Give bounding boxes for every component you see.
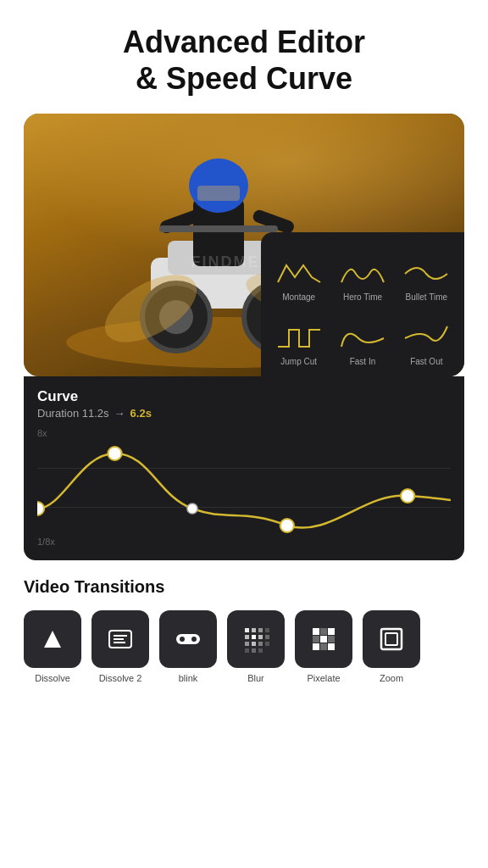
presets-panel: Montage Hero Time Bullet Time Jump Cut bbox=[261, 232, 464, 376]
transitions-row: Dissolve Dissolve 2 bbox=[24, 610, 464, 683]
dissolve-label: Dissolve bbox=[35, 673, 70, 683]
svg-rect-38 bbox=[265, 635, 269, 639]
svg-rect-42 bbox=[258, 648, 263, 653]
svg-point-18 bbox=[280, 519, 294, 532]
svg-point-17 bbox=[187, 504, 197, 514]
transition-pixelate[interactable]: Pixelate bbox=[295, 610, 352, 683]
svg-rect-31 bbox=[245, 635, 249, 639]
preset-montage[interactable]: Montage bbox=[269, 242, 328, 302]
curve-duration: Duration 11.2s → 6.2s bbox=[37, 407, 451, 420]
transition-dissolve2[interactable]: Dissolve 2 bbox=[92, 610, 149, 683]
transition-blink[interactable]: blink bbox=[159, 610, 217, 683]
svg-rect-37 bbox=[265, 628, 269, 632]
preset-fast-in[interactable]: Fast In bbox=[333, 307, 391, 366]
curve-title: Curve bbox=[37, 388, 451, 405]
duration-new: 6.2s bbox=[130, 407, 152, 420]
axis-label-bottom: 1/8x bbox=[37, 537, 55, 547]
duration-original: Duration 11.2s bbox=[37, 407, 109, 420]
svg-rect-30 bbox=[258, 628, 263, 632]
svg-rect-52 bbox=[381, 629, 402, 649]
svg-marker-20 bbox=[44, 631, 61, 648]
svg-rect-44 bbox=[320, 628, 327, 635]
zoom-icon bbox=[376, 624, 407, 654]
zoom-icon-box[interactable] bbox=[363, 610, 420, 668]
transitions-title: Video Transitions bbox=[24, 577, 464, 597]
preset-hero-time[interactable]: Hero Time bbox=[333, 242, 391, 302]
svg-rect-36 bbox=[258, 642, 263, 646]
blink-icon bbox=[173, 624, 203, 654]
svg-rect-43 bbox=[313, 628, 319, 635]
blur-icon-box[interactable] bbox=[227, 610, 285, 668]
dissolve-icon bbox=[37, 624, 68, 654]
curve-graph[interactable]: 8x 1/8x bbox=[37, 428, 451, 547]
svg-rect-40 bbox=[245, 648, 249, 653]
arrow-icon: → bbox=[114, 407, 125, 420]
blink-label: blink bbox=[179, 673, 198, 683]
pixelate-icon-box[interactable] bbox=[295, 610, 352, 668]
dissolve2-icon bbox=[105, 624, 136, 654]
curve-editor-panel: Curve Duration 11.2s → 6.2s 8x 1/8x bbox=[24, 376, 464, 560]
svg-point-19 bbox=[401, 489, 414, 503]
svg-point-16 bbox=[108, 447, 121, 460]
axis-label-top: 8x bbox=[37, 428, 47, 438]
svg-rect-29 bbox=[252, 628, 256, 632]
preset-bullet-time[interactable]: Bullet Time bbox=[397, 242, 456, 302]
svg-rect-48 bbox=[328, 636, 335, 643]
svg-rect-27 bbox=[191, 637, 197, 642]
dissolve2-label: Dissolve 2 bbox=[99, 673, 142, 683]
svg-rect-33 bbox=[258, 635, 263, 639]
pixelate-icon bbox=[308, 624, 339, 654]
svg-rect-46 bbox=[313, 636, 319, 643]
dissolve-icon-box[interactable] bbox=[24, 610, 81, 668]
zoom-label: Zoom bbox=[380, 673, 403, 683]
transitions-section: Video Transitions Dissolve Dissolve 2 bbox=[0, 560, 488, 683]
svg-rect-35 bbox=[252, 642, 256, 646]
preset-jump-cut[interactable]: Jump Cut bbox=[269, 307, 328, 366]
svg-rect-28 bbox=[245, 628, 249, 632]
svg-rect-47 bbox=[320, 636, 327, 643]
svg-rect-9 bbox=[197, 186, 240, 201]
svg-point-15 bbox=[37, 502, 44, 515]
svg-rect-53 bbox=[385, 633, 397, 645]
svg-rect-50 bbox=[320, 643, 327, 650]
grid-line-upper bbox=[37, 468, 451, 469]
transition-blur[interactable]: Blur bbox=[227, 610, 285, 683]
blur-icon bbox=[241, 624, 271, 654]
speed-curve-svg bbox=[37, 428, 451, 547]
svg-rect-32 bbox=[252, 635, 256, 639]
blink-icon-box[interactable] bbox=[159, 610, 217, 668]
svg-rect-41 bbox=[252, 648, 256, 653]
transition-dissolve[interactable]: Dissolve bbox=[24, 610, 81, 683]
blur-label: Blur bbox=[247, 673, 264, 683]
grid-line-lower bbox=[37, 507, 451, 508]
svg-rect-39 bbox=[265, 642, 269, 646]
svg-rect-34 bbox=[245, 642, 249, 646]
svg-rect-12 bbox=[159, 225, 278, 232]
transition-zoom[interactable]: Zoom bbox=[363, 610, 420, 683]
svg-rect-26 bbox=[180, 637, 185, 642]
svg-rect-51 bbox=[328, 643, 335, 650]
page-title: Advanced Editor & Speed Curve bbox=[34, 24, 454, 97]
pixelate-label: Pixelate bbox=[307, 673, 340, 683]
dissolve2-icon-box[interactable] bbox=[92, 610, 149, 668]
video-preview-card: FINDMEAPK Montage Hero Time Bullet Time bbox=[24, 114, 464, 376]
svg-rect-49 bbox=[313, 643, 319, 650]
preset-fast-out[interactable]: Fast Out bbox=[397, 307, 456, 366]
page-header: Advanced Editor & Speed Curve bbox=[0, 0, 488, 114]
svg-rect-45 bbox=[328, 628, 335, 635]
